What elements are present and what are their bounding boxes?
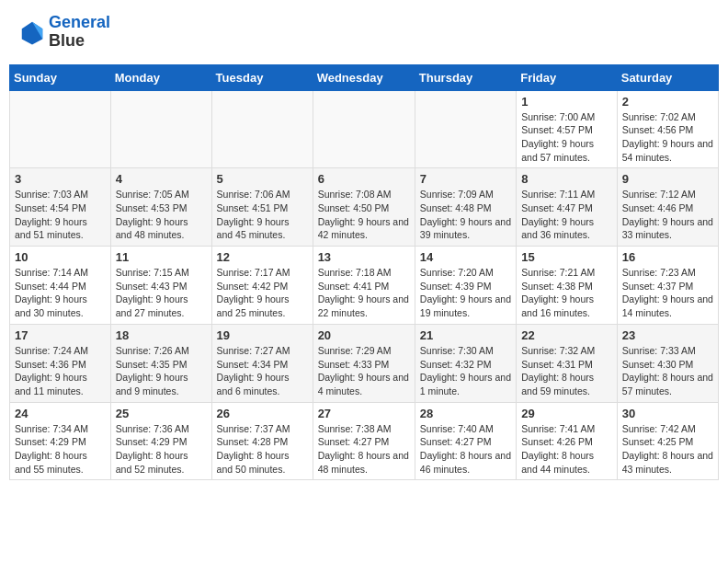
- calendar-cell: 13Sunrise: 7:18 AM Sunset: 4:41 PM Dayli…: [313, 247, 415, 325]
- calendar-cell: 17Sunrise: 7:24 AM Sunset: 4:36 PM Dayli…: [10, 324, 111, 402]
- calendar-cell: 21Sunrise: 7:30 AM Sunset: 4:32 PM Dayli…: [415, 324, 516, 402]
- calendar-week-row: 17Sunrise: 7:24 AM Sunset: 4:36 PM Dayli…: [10, 324, 719, 402]
- day-number: 16: [622, 250, 713, 264]
- day-number: 25: [116, 407, 207, 420]
- day-info: Sunrise: 7:34 AM Sunset: 4:29 PM Dayligh…: [15, 422, 106, 477]
- calendar-cell: 12Sunrise: 7:17 AM Sunset: 4:42 PM Dayli…: [211, 247, 313, 325]
- calendar-cell: [415, 90, 516, 168]
- weekday-header-thursday: Thursday: [415, 64, 516, 90]
- day-number: 19: [217, 328, 308, 342]
- day-number: 12: [217, 250, 308, 264]
- day-info: Sunrise: 7:40 AM Sunset: 4:27 PM Dayligh…: [420, 422, 511, 477]
- day-number: 23: [622, 328, 713, 342]
- day-info: Sunrise: 7:36 AM Sunset: 4:29 PM Dayligh…: [116, 422, 207, 477]
- day-info: Sunrise: 7:27 AM Sunset: 4:34 PM Dayligh…: [217, 344, 308, 398]
- day-info: Sunrise: 7:02 AM Sunset: 4:56 PM Dayligh…: [622, 110, 713, 165]
- day-number: 15: [521, 250, 612, 264]
- calendar-cell: 6Sunrise: 7:08 AM Sunset: 4:50 PM Daylig…: [313, 168, 415, 247]
- calendar-cell: 24Sunrise: 7:34 AM Sunset: 4:29 PM Dayli…: [10, 402, 111, 480]
- page-header: General Blue: [9, 9, 719, 55]
- day-number: 22: [521, 328, 612, 342]
- calendar-cell: 10Sunrise: 7:14 AM Sunset: 4:44 PM Dayli…: [10, 247, 111, 325]
- day-info: Sunrise: 7:23 AM Sunset: 4:37 PM Dayligh…: [622, 266, 713, 320]
- weekday-header-saturday: Saturday: [617, 64, 718, 90]
- day-info: Sunrise: 7:18 AM Sunset: 4:41 PM Dayligh…: [318, 266, 410, 320]
- day-number: 29: [521, 407, 612, 420]
- calendar-cell: 14Sunrise: 7:20 AM Sunset: 4:39 PM Dayli…: [415, 247, 516, 325]
- calendar-cell: 20Sunrise: 7:29 AM Sunset: 4:33 PM Dayli…: [313, 324, 415, 402]
- day-info: Sunrise: 7:20 AM Sunset: 4:39 PM Dayligh…: [420, 266, 511, 320]
- calendar-cell: 27Sunrise: 7:38 AM Sunset: 4:27 PM Dayli…: [313, 402, 415, 480]
- day-number: 27: [318, 407, 410, 420]
- day-number: 20: [318, 328, 410, 342]
- day-number: 3: [15, 172, 106, 186]
- calendar-cell: 4Sunrise: 7:05 AM Sunset: 4:53 PM Daylig…: [110, 168, 211, 247]
- day-number: 26: [217, 407, 308, 420]
- calendar-cell: 5Sunrise: 7:06 AM Sunset: 4:51 PM Daylig…: [211, 168, 313, 247]
- calendar-cell: [211, 90, 313, 168]
- logo-icon: [18, 18, 46, 46]
- day-number: 1: [521, 95, 612, 109]
- day-info: Sunrise: 7:09 AM Sunset: 4:48 PM Dayligh…: [420, 188, 511, 242]
- day-info: Sunrise: 7:14 AM Sunset: 4:44 PM Dayligh…: [15, 266, 106, 320]
- calendar-cell: 1Sunrise: 7:00 AM Sunset: 4:57 PM Daylig…: [517, 90, 618, 168]
- weekday-header-row: SundayMondayTuesdayWednesdayThursdayFrid…: [10, 64, 719, 90]
- day-info: Sunrise: 7:30 AM Sunset: 4:32 PM Dayligh…: [420, 344, 511, 398]
- day-info: Sunrise: 7:26 AM Sunset: 4:35 PM Dayligh…: [116, 344, 207, 398]
- calendar-cell: 18Sunrise: 7:26 AM Sunset: 4:35 PM Dayli…: [110, 324, 211, 402]
- calendar-cell: 2Sunrise: 7:02 AM Sunset: 4:56 PM Daylig…: [617, 90, 718, 168]
- calendar-cell: 8Sunrise: 7:11 AM Sunset: 4:47 PM Daylig…: [517, 168, 618, 247]
- day-info: Sunrise: 7:21 AM Sunset: 4:38 PM Dayligh…: [521, 266, 612, 320]
- day-info: Sunrise: 7:03 AM Sunset: 4:54 PM Dayligh…: [15, 188, 106, 242]
- day-info: Sunrise: 7:06 AM Sunset: 4:51 PM Dayligh…: [217, 188, 308, 242]
- calendar-cell: 23Sunrise: 7:33 AM Sunset: 4:30 PM Dayli…: [617, 324, 718, 402]
- day-number: 21: [420, 328, 511, 342]
- day-info: Sunrise: 7:32 AM Sunset: 4:31 PM Dayligh…: [521, 344, 612, 398]
- calendar-week-row: 10Sunrise: 7:14 AM Sunset: 4:44 PM Dayli…: [10, 247, 719, 325]
- day-number: 2: [622, 95, 713, 109]
- day-info: Sunrise: 7:11 AM Sunset: 4:47 PM Dayligh…: [521, 188, 612, 242]
- day-info: Sunrise: 7:29 AM Sunset: 4:33 PM Dayligh…: [318, 344, 410, 398]
- day-number: 18: [116, 328, 207, 342]
- day-number: 17: [15, 328, 106, 342]
- weekday-header-tuesday: Tuesday: [211, 64, 313, 90]
- calendar-table: SundayMondayTuesdayWednesdayThursdayFrid…: [9, 64, 719, 481]
- calendar-cell: [10, 90, 111, 168]
- weekday-header-wednesday: Wednesday: [313, 64, 415, 90]
- weekday-header-monday: Monday: [110, 64, 211, 90]
- calendar-cell: 30Sunrise: 7:42 AM Sunset: 4:25 PM Dayli…: [617, 402, 718, 480]
- day-info: Sunrise: 7:24 AM Sunset: 4:36 PM Dayligh…: [15, 344, 106, 398]
- day-info: Sunrise: 7:05 AM Sunset: 4:53 PM Dayligh…: [116, 188, 207, 242]
- calendar-cell: [313, 90, 415, 168]
- calendar-cell: [110, 90, 211, 168]
- day-number: 8: [521, 172, 612, 186]
- calendar-week-row: 1Sunrise: 7:00 AM Sunset: 4:57 PM Daylig…: [10, 90, 719, 168]
- logo-text: General Blue: [49, 14, 110, 51]
- day-number: 14: [420, 250, 511, 264]
- day-number: 10: [15, 250, 106, 264]
- calendar-cell: 9Sunrise: 7:12 AM Sunset: 4:46 PM Daylig…: [617, 168, 718, 247]
- day-number: 7: [420, 172, 511, 186]
- day-number: 11: [116, 250, 207, 264]
- day-number: 13: [318, 250, 410, 264]
- day-number: 24: [15, 407, 106, 420]
- calendar-cell: 7Sunrise: 7:09 AM Sunset: 4:48 PM Daylig…: [415, 168, 516, 247]
- calendar-cell: 11Sunrise: 7:15 AM Sunset: 4:43 PM Dayli…: [110, 247, 211, 325]
- day-number: 30: [622, 407, 713, 420]
- logo: General Blue: [18, 14, 110, 51]
- calendar-cell: 26Sunrise: 7:37 AM Sunset: 4:28 PM Dayli…: [211, 402, 313, 480]
- calendar-cell: 16Sunrise: 7:23 AM Sunset: 4:37 PM Dayli…: [617, 247, 718, 325]
- calendar-cell: 22Sunrise: 7:32 AM Sunset: 4:31 PM Dayli…: [517, 324, 618, 402]
- day-info: Sunrise: 7:41 AM Sunset: 4:26 PM Dayligh…: [521, 422, 612, 477]
- day-info: Sunrise: 7:00 AM Sunset: 4:57 PM Dayligh…: [521, 110, 612, 165]
- day-number: 6: [318, 172, 410, 186]
- calendar-cell: 25Sunrise: 7:36 AM Sunset: 4:29 PM Dayli…: [110, 402, 211, 480]
- calendar-week-row: 24Sunrise: 7:34 AM Sunset: 4:29 PM Dayli…: [10, 402, 719, 480]
- calendar-week-row: 3Sunrise: 7:03 AM Sunset: 4:54 PM Daylig…: [10, 168, 719, 247]
- day-number: 4: [116, 172, 207, 186]
- day-info: Sunrise: 7:38 AM Sunset: 4:27 PM Dayligh…: [318, 422, 410, 477]
- day-info: Sunrise: 7:17 AM Sunset: 4:42 PM Dayligh…: [217, 266, 308, 320]
- day-info: Sunrise: 7:33 AM Sunset: 4:30 PM Dayligh…: [622, 344, 713, 398]
- weekday-header-friday: Friday: [517, 64, 618, 90]
- calendar-cell: 28Sunrise: 7:40 AM Sunset: 4:27 PM Dayli…: [415, 402, 516, 480]
